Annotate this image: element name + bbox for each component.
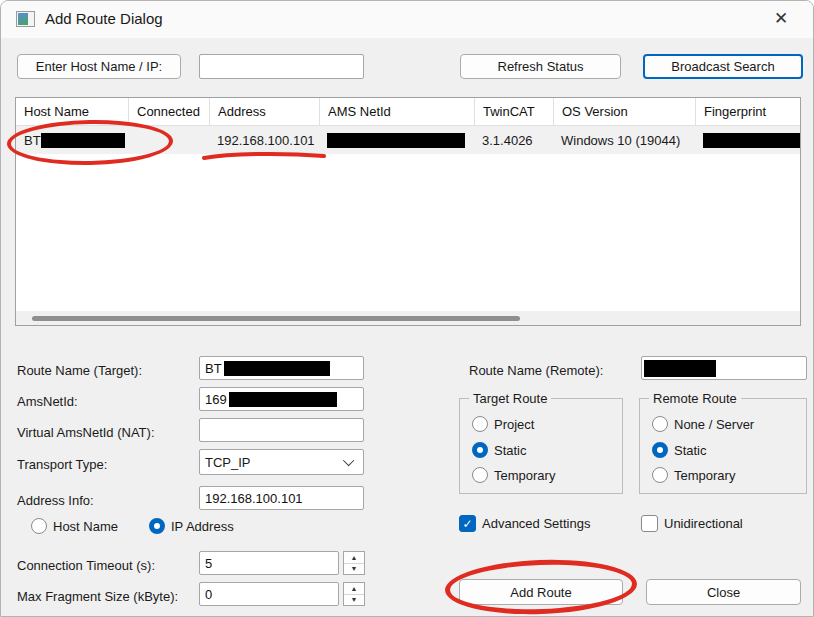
column-header-address[interactable]: Address xyxy=(209,98,319,125)
advanced-settings-label: Advanced Settings xyxy=(482,516,590,531)
radio-ip-address[interactable]: IP Address xyxy=(149,517,234,535)
twincat-window-icon xyxy=(16,11,35,27)
max-fragment-size-label: Max Fragment Size (kByte): xyxy=(17,589,178,604)
column-header-connected[interactable]: Connected xyxy=(128,98,209,125)
advanced-settings-checkbox[interactable]: ✓ Advanced Settings xyxy=(459,514,590,533)
remote-route-group-title: Remote Route xyxy=(649,391,741,406)
connection-timeout-spinner[interactable]: ▲▼ xyxy=(343,551,365,575)
cell-os-version: Windows 10 (19044) xyxy=(553,126,695,154)
radio-remote-none-server[interactable]: None / Server xyxy=(652,415,754,433)
ams-netid-label: AmsNetId: xyxy=(17,394,78,409)
redaction-fingerprint xyxy=(703,133,800,148)
remote-route-group: Remote Route None / Server Static Tempor… xyxy=(639,398,807,494)
redaction-ams-netid-input xyxy=(229,392,337,407)
radio-circle-host-name xyxy=(31,518,47,534)
route-name-remote-label: Route Name (Remote): xyxy=(469,363,603,378)
radio-remote-static[interactable]: Static xyxy=(652,441,707,459)
host-name-input[interactable] xyxy=(199,54,364,79)
close-icon[interactable]: ✕ xyxy=(761,5,801,33)
radio-label-ip-address: IP Address xyxy=(171,519,234,534)
redaction-route-name-remote xyxy=(644,360,716,377)
route-name-target-label: Route Name (Target): xyxy=(17,363,142,378)
radio-host-name[interactable]: Host Name xyxy=(31,517,118,535)
scrollbar-thumb[interactable] xyxy=(32,316,520,321)
title-bar: Add Route Dialog ✕ xyxy=(1,1,813,38)
virtual-ams-netid-label: Virtual AmsNetId (NAT): xyxy=(17,425,155,440)
radio-circle-remote-static xyxy=(652,442,668,458)
unidirectional-checkbox[interactable]: Unidirectional xyxy=(641,514,743,533)
radio-target-temporary[interactable]: Temporary xyxy=(472,466,555,484)
column-header-os-version[interactable]: OS Version xyxy=(553,98,695,125)
transport-type-value: TCP_IP xyxy=(205,455,251,470)
cell-ams-netid xyxy=(319,126,474,154)
route-name-target-text: BT xyxy=(205,361,222,376)
address-info-label: Address Info: xyxy=(17,493,94,508)
radio-circle-target-temporary xyxy=(472,467,488,483)
radio-label-remote-static: Static xyxy=(674,443,707,458)
max-fragment-size-spinner[interactable]: ▲▼ xyxy=(343,582,365,606)
add-route-dialog: Add Route Dialog ✕ Enter Host Name / IP:… xyxy=(0,0,814,617)
radio-label-host-name: Host Name xyxy=(53,519,118,534)
window-title: Add Route Dialog xyxy=(45,10,163,27)
column-header-twincat[interactable]: TwinCAT xyxy=(474,98,553,125)
radio-remote-temporary[interactable]: Temporary xyxy=(652,466,735,484)
annotation-underline-address xyxy=(201,149,327,161)
radio-label-none-server: None / Server xyxy=(674,417,754,432)
route-name-target-input[interactable]: BT xyxy=(199,356,364,380)
radio-circle-project xyxy=(472,416,488,432)
transport-type-select[interactable]: TCP_IP xyxy=(199,449,364,475)
redaction-ams-netid xyxy=(327,133,465,148)
target-route-group: Target Route Project Static Temporary xyxy=(459,398,623,494)
horizontal-scrollbar[interactable] xyxy=(16,311,800,325)
spinner-up-icon[interactable]: ▲ xyxy=(344,583,364,595)
annotation-ellipse-add-route xyxy=(444,557,638,617)
chevron-down-icon xyxy=(343,455,354,466)
refresh-status-button[interactable]: Refresh Status xyxy=(460,54,621,79)
cell-twincat: 3.1.4026 xyxy=(474,126,553,154)
radio-target-project[interactable]: Project xyxy=(472,415,534,433)
route-name-remote-input[interactable] xyxy=(641,356,807,380)
checkbox-empty xyxy=(641,515,658,532)
ams-netid-text: 169 xyxy=(205,392,227,407)
radio-circle-target-static xyxy=(472,442,488,458)
column-header-fingerprint[interactable]: Fingerprint xyxy=(695,98,800,125)
transport-type-label: Transport Type: xyxy=(17,457,107,472)
connection-timeout-input[interactable] xyxy=(199,551,339,575)
radio-circle-none-server xyxy=(652,416,668,432)
radio-label-remote-temporary: Temporary xyxy=(674,468,735,483)
enter-host-name-button[interactable]: Enter Host Name / IP: xyxy=(17,54,181,79)
spinner-down-icon[interactable]: ▼ xyxy=(344,564,364,575)
radio-circle-remote-temporary xyxy=(652,467,668,483)
radio-circle-ip-address xyxy=(149,518,165,534)
spinner-down-icon[interactable]: ▼ xyxy=(344,595,364,606)
max-fragment-size-input[interactable] xyxy=(199,582,339,606)
radio-label-project: Project xyxy=(494,417,534,432)
checkbox-check-icon: ✓ xyxy=(459,515,476,532)
address-info-input[interactable] xyxy=(199,486,364,510)
cell-fingerprint xyxy=(695,126,800,154)
radio-label-target-static: Static xyxy=(494,443,527,458)
broadcast-search-button[interactable]: Broadcast Search xyxy=(643,54,803,79)
unidirectional-label: Unidirectional xyxy=(664,516,743,531)
redaction-route-name-target xyxy=(224,361,330,376)
target-route-group-title: Target Route xyxy=(469,391,551,406)
twincat-icon-fill xyxy=(18,13,28,25)
radio-target-static[interactable]: Static xyxy=(472,441,527,459)
radio-label-target-temporary: Temporary xyxy=(494,468,555,483)
column-header-ams-netid[interactable]: AMS NetId xyxy=(319,98,474,125)
spinner-up-icon[interactable]: ▲ xyxy=(344,552,364,564)
virtual-ams-netid-input[interactable] xyxy=(199,418,364,442)
connection-timeout-label: Connection Timeout (s): xyxy=(17,558,155,573)
ams-netid-input[interactable]: 169 xyxy=(199,387,364,411)
close-button[interactable]: Close xyxy=(646,579,801,605)
